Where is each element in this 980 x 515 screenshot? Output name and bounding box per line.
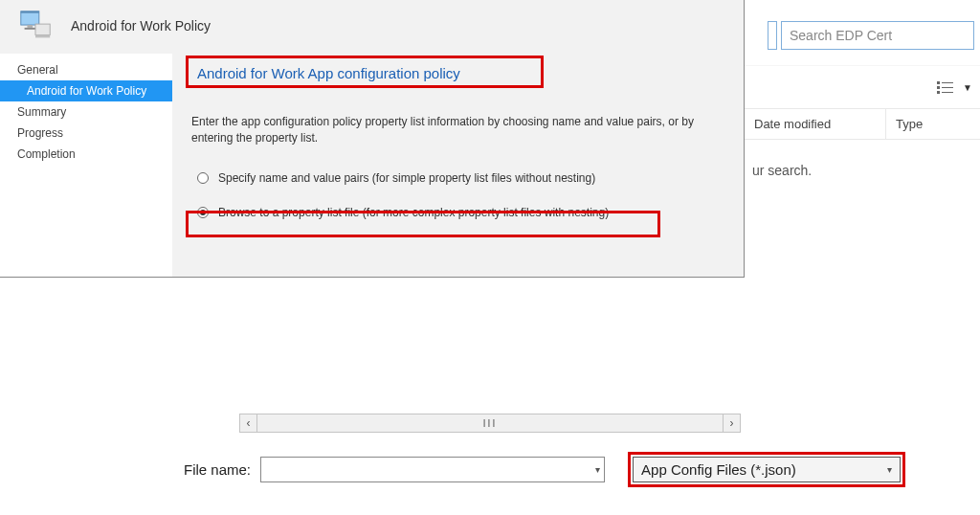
wizard-header: Android for Work Policy bbox=[0, 0, 744, 54]
explorer-columns: Date modified Type bbox=[745, 109, 980, 140]
svg-rect-2 bbox=[27, 25, 33, 28]
svg-rect-10 bbox=[937, 91, 940, 94]
wizard-panel: Android for Work Policy General Android … bbox=[0, 0, 745, 278]
filename-input-wrap[interactable]: ▾ bbox=[260, 457, 605, 482]
wizard-title: Android for Work Policy bbox=[71, 18, 211, 34]
horizontal-scrollbar[interactable]: ‹ III › bbox=[239, 414, 741, 433]
scroll-left-icon[interactable]: ‹ bbox=[240, 414, 257, 432]
explorer-toolbar: ▼ bbox=[745, 65, 980, 109]
explorer-top: Search EDP Cert bbox=[745, 0, 980, 65]
filetype-filter[interactable]: App Config Files (*.json) ▾ bbox=[633, 457, 901, 482]
sidebar-item-android-policy[interactable]: Android for Work Policy bbox=[0, 80, 172, 101]
empty-results-text: ur search. bbox=[745, 140, 980, 201]
filename-label: File name: bbox=[184, 461, 251, 478]
search-placeholder: Search EDP Cert bbox=[790, 28, 892, 43]
column-date-modified[interactable]: Date modified bbox=[745, 109, 886, 139]
svg-rect-6 bbox=[937, 81, 940, 84]
sidebar-item-summary[interactable]: Summary bbox=[0, 101, 172, 123]
radio-browse-file[interactable]: Browse to a property list file (for more… bbox=[191, 202, 724, 223]
radio-label-2: Browse to a property list file (for more… bbox=[218, 206, 609, 219]
sidebar-item-completion[interactable]: Completion bbox=[0, 144, 172, 165]
filename-dropdown-icon[interactable]: ▾ bbox=[595, 464, 600, 475]
svg-rect-3 bbox=[25, 28, 35, 30]
radio-label-1: Specify name and value pairs (for simple… bbox=[218, 171, 595, 185]
file-list-area bbox=[0, 278, 980, 414]
svg-rect-11 bbox=[942, 92, 953, 93]
content-description: Enter the app configuration policy prope… bbox=[191, 114, 708, 146]
content-heading: Android for Work App configuration polic… bbox=[191, 61, 724, 85]
file-row: File name: ▾ App Config Files (*.json) ▾ bbox=[0, 433, 980, 487]
filename-input[interactable] bbox=[265, 462, 595, 478]
column-type[interactable]: Type bbox=[886, 109, 980, 139]
wizard-body: General Android for Work Policy Summary … bbox=[0, 54, 744, 277]
wizard-sidebar: General Android for Work Policy Summary … bbox=[0, 54, 172, 277]
radio-specify-pairs[interactable]: Specify name and value pairs (for simple… bbox=[191, 168, 724, 189]
svg-rect-7 bbox=[942, 82, 953, 83]
sidebar-item-progress[interactable]: Progress bbox=[0, 123, 172, 144]
radio-icon-selected bbox=[197, 207, 209, 218]
filter-dropdown-icon[interactable]: ▾ bbox=[887, 464, 892, 475]
search-input[interactable]: Search EDP Cert bbox=[781, 21, 974, 50]
highlight-box-filter: App Config Files (*.json) ▾ bbox=[628, 452, 905, 487]
file-picker: ‹ III › File name: ▾ App Config Files (*… bbox=[0, 278, 980, 515]
radio-group: Specify name and value pairs (for simple… bbox=[191, 168, 724, 223]
svg-rect-9 bbox=[942, 87, 953, 88]
sidebar-item-general[interactable]: General bbox=[0, 59, 172, 80]
scroll-right-icon[interactable]: › bbox=[723, 414, 740, 432]
address-fragment[interactable] bbox=[768, 21, 777, 50]
filter-label: App Config Files (*.json) bbox=[641, 461, 796, 478]
svg-rect-4 bbox=[35, 24, 50, 34]
svg-rect-1 bbox=[21, 11, 39, 13]
scroll-track[interactable]: III bbox=[257, 414, 723, 432]
view-options-icon[interactable] bbox=[936, 78, 957, 96]
computer-icon bbox=[17, 7, 54, 45]
svg-rect-0 bbox=[21, 11, 39, 25]
svg-rect-5 bbox=[35, 35, 50, 38]
wizard-content: Android for Work App configuration polic… bbox=[172, 54, 744, 277]
view-dropdown-icon[interactable]: ▼ bbox=[963, 82, 972, 93]
scroll-grip-icon: III bbox=[483, 418, 497, 429]
radio-icon bbox=[197, 172, 209, 184]
svg-rect-8 bbox=[937, 86, 940, 89]
